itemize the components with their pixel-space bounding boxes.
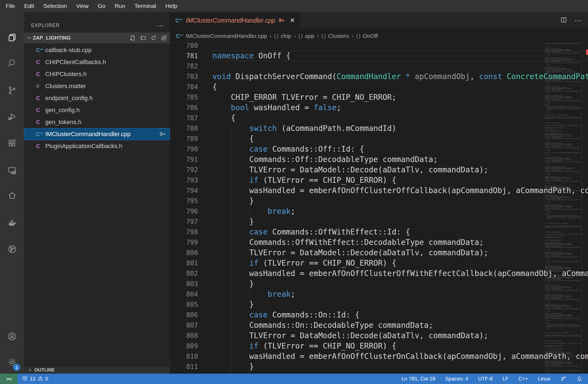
- status-cursor-position[interactable]: Ln 781, Col 18: [402, 376, 436, 382]
- menu-edit[interactable]: Edit: [20, 0, 39, 12]
- feedback-icon[interactable]: [560, 376, 566, 382]
- status-os[interactable]: Linux: [538, 376, 550, 382]
- activity-home[interactable]: [0, 183, 24, 207]
- code-line-805[interactable]: 805}: [170, 299, 588, 310]
- line-number[interactable]: 784: [170, 82, 212, 92]
- line-number[interactable]: 782: [170, 61, 212, 71]
- line-number[interactable]: 809: [170, 341, 212, 351]
- line-number[interactable]: 795: [170, 196, 212, 206]
- status-eol[interactable]: LF: [502, 376, 508, 382]
- line-number[interactable]: 794: [170, 185, 212, 196]
- activity-source-control[interactable]: [0, 78, 24, 102]
- file-PluginApplicationCallbacks.h[interactable]: CPluginApplicationCallbacks.h: [24, 140, 170, 152]
- code-line-799[interactable]: 799Commands::OffWithEffect::DecodableTyp…: [170, 237, 588, 248]
- file-IMClusterCommandHandler.cpp[interactable]: C++IMClusterCommandHandler.cpp9+: [24, 128, 170, 140]
- problems-indicator[interactable]: 12 0: [22, 375, 48, 383]
- menu-help[interactable]: Help: [161, 0, 182, 12]
- menu-terminal[interactable]: Terminal: [130, 0, 161, 12]
- code-line-809[interactable]: 809if (TLVError == CHIP_NO_ERROR) {: [170, 341, 588, 351]
- line-number[interactable]: 788: [170, 123, 212, 134]
- menu-selection[interactable]: Selection: [39, 0, 71, 12]
- more-actions-icon[interactable]: ⋯: [574, 19, 582, 22]
- status-indentation[interactable]: Spaces: 4: [445, 376, 468, 382]
- activity-settings[interactable]: 1: [0, 350, 24, 374]
- line-number[interactable]: 811: [170, 362, 212, 372]
- menu-view[interactable]: View: [71, 0, 93, 12]
- code-line-784[interactable]: 784{: [170, 82, 588, 92]
- breadcrumb-file[interactable]: C++ IMClusterCommandHandler.cpp: [176, 33, 267, 39]
- code-line-811[interactable]: 811}: [170, 362, 588, 372]
- line-number[interactable]: 803: [170, 279, 212, 289]
- overview-ruler[interactable]: [582, 43, 588, 374]
- code-line-800[interactable]: 800TLVError = DataModel::Decode(aDataTlv…: [170, 248, 588, 258]
- menu-file[interactable]: File: [1, 0, 20, 12]
- code-line-804[interactable]: 804break;: [170, 289, 588, 299]
- line-number[interactable]: 793: [170, 175, 212, 185]
- line-number[interactable]: 783: [170, 71, 212, 82]
- line-number[interactable]: 789: [170, 134, 212, 144]
- activity-account[interactable]: [0, 324, 24, 348]
- activity-gitlens[interactable]: [0, 237, 24, 261]
- activity-run-debug[interactable]: [0, 105, 24, 129]
- line-number[interactable]: 804: [170, 289, 212, 299]
- code-line-796[interactable]: 796break;: [170, 206, 588, 217]
- explorer-more-button[interactable]: ⋯: [157, 24, 164, 27]
- folder-section-header[interactable]: ZAP_LIGHTING: [24, 32, 170, 43]
- file-callback-stub.cpp[interactable]: C++callback-stub.cpp: [24, 44, 170, 56]
- refresh-button[interactable]: [150, 35, 157, 41]
- file-endpoint_config.h[interactable]: Cendpoint_config.h: [24, 92, 170, 104]
- remote-indicator[interactable]: ><: [0, 374, 17, 384]
- code-line-797[interactable]: 797}: [170, 217, 588, 227]
- code-line-793[interactable]: 793if (TLVError == CHIP_NO_ERROR) {: [170, 175, 588, 185]
- minimap[interactable]: wasHandled = emberAfLevelControlClusterM…: [542, 43, 582, 374]
- code-line-789[interactable]: 789{: [170, 134, 588, 144]
- activity-remote-explorer[interactable]: [0, 158, 24, 182]
- status-encoding[interactable]: UTF-8: [478, 376, 493, 382]
- menu-run[interactable]: Run: [110, 0, 130, 12]
- code-line-780[interactable]: 780: [170, 43, 588, 51]
- activity-explorer[interactable]: [0, 25, 24, 49]
- breadcrumb-item-chip[interactable]: chip: [281, 33, 291, 39]
- line-number[interactable]: 786: [170, 103, 212, 113]
- outline-section-header[interactable]: OUTLINE: [24, 366, 170, 374]
- code-line-787[interactable]: 787{: [170, 113, 588, 123]
- line-number[interactable]: 799: [170, 237, 212, 248]
- split-editor-icon[interactable]: [560, 16, 567, 25]
- file-gen_tokens.h[interactable]: Cgen_tokens.h: [24, 116, 170, 128]
- code-line-803[interactable]: 803}: [170, 279, 588, 289]
- line-number[interactable]: 796: [170, 206, 212, 217]
- line-number[interactable]: 787: [170, 113, 212, 123]
- activity-docker[interactable]: [0, 211, 24, 235]
- code-line-795[interactable]: 795}: [170, 196, 588, 206]
- line-number[interactable]: 797: [170, 217, 212, 227]
- code-line-790[interactable]: 790case Commands::Off::Id: {: [170, 144, 588, 154]
- code-line-802[interactable]: 802wasHandled = emberAfOnOffClusterOffWi…: [170, 268, 588, 279]
- line-number[interactable]: 806: [170, 310, 212, 320]
- file-CHIPClientCallbacks.h[interactable]: CCHIPClientCallbacks.h: [24, 56, 170, 68]
- menu-go[interactable]: Go: [93, 0, 110, 12]
- code-line-808[interactable]: 808TLVError = DataModel::Decode(aDataTlv…: [170, 331, 588, 341]
- line-number[interactable]: 805: [170, 299, 212, 310]
- code-line-807[interactable]: 807Commands::On::DecodableType commandDa…: [170, 320, 588, 331]
- collapse-all-button[interactable]: [161, 35, 167, 41]
- code-line-783[interactable]: 783void DispatchServerCommand(CommandHan…: [170, 71, 588, 82]
- line-number[interactable]: 791: [170, 154, 212, 165]
- code-line-785[interactable]: 785CHIP_ERROR TLVError = CHIP_NO_ERROR;: [170, 92, 588, 103]
- line-number[interactable]: 792: [170, 165, 212, 175]
- code-line-810[interactable]: 810wasHandled = emberAfOnOffClusterOnCal…: [170, 351, 588, 362]
- line-number[interactable]: 798: [170, 227, 212, 237]
- line-number[interactable]: 781: [170, 51, 212, 61]
- new-folder-button[interactable]: [140, 35, 146, 41]
- code-line-788[interactable]: 788switch (aCommandPath.mCommandId): [170, 123, 588, 134]
- code-line-806[interactable]: 806case Commands::On::Id: {: [170, 310, 588, 320]
- breadcrumb-item-app[interactable]: app: [305, 33, 314, 39]
- breadcrumb-item-clusters[interactable]: Clusters: [328, 33, 349, 39]
- tab-imclustercommandhandler[interactable]: C++ IMClusterCommandHandler.cpp 9+ ✕: [170, 12, 300, 29]
- file-CHIPClusters.h[interactable]: CCHIPClusters.h: [24, 68, 170, 80]
- breadcrumb-item-onoff[interactable]: OnOff: [363, 33, 378, 39]
- line-number[interactable]: 790: [170, 144, 212, 154]
- status-language-mode[interactable]: C++: [518, 376, 528, 382]
- activity-extensions[interactable]: [0, 131, 24, 155]
- code-line-794[interactable]: 794wasHandled = emberAfOnOffClusterOffCa…: [170, 185, 588, 196]
- code-line-798[interactable]: 798case Commands::OffWithEffect::Id: {: [170, 227, 588, 237]
